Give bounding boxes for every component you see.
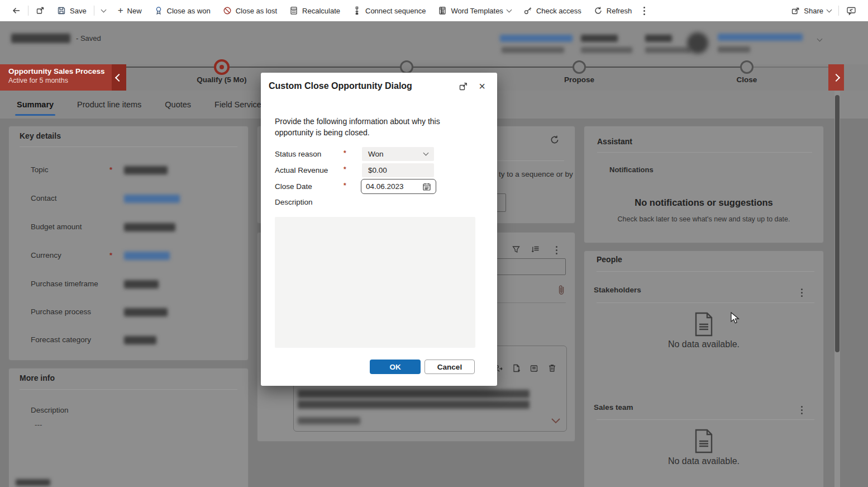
people-title: People xyxy=(597,255,622,264)
dialog-close-icon[interactable]: × xyxy=(475,79,489,93)
divider xyxy=(597,302,814,303)
refresh-button[interactable]: Refresh xyxy=(588,0,638,21)
status-reason-dropdown[interactable]: Won xyxy=(362,147,434,161)
stage-qualify-label[interactable]: Qualify (5 Mo) xyxy=(171,75,272,84)
stage-propose-label[interactable]: Propose xyxy=(529,75,629,84)
process-scroll-right-button[interactable] xyxy=(828,64,844,91)
assistant-empty-subtitle: Check back later to see what's new and s… xyxy=(584,215,824,223)
word-templates-button[interactable]: Word Templates xyxy=(432,0,517,21)
required-asterisk: * xyxy=(109,166,112,174)
timeline-more-icon[interactable] xyxy=(554,244,560,257)
assistant-title: Assistant xyxy=(597,137,632,146)
save-icon xyxy=(57,6,66,15)
actual-revenue-input[interactable]: $0.00 xyxy=(362,163,434,177)
share-button[interactable]: Share xyxy=(785,0,837,21)
back-button[interactable] xyxy=(6,0,27,21)
redacted-header-label xyxy=(718,46,750,53)
ok-button[interactable]: OK xyxy=(370,360,421,374)
redacted-header-label xyxy=(502,47,564,53)
close-date-input[interactable]: 04.06.2023 xyxy=(361,179,436,194)
cancel-button[interactable]: Cancel xyxy=(425,360,475,374)
check-access-button[interactable]: Check access xyxy=(517,0,588,21)
dialog-description-textarea[interactable] xyxy=(275,217,475,348)
redacted-purchase-timeframe-value[interactable] xyxy=(124,280,159,289)
dialog-description-label: Description xyxy=(275,198,313,206)
tab-field-service[interactable]: Field Service xyxy=(214,91,261,119)
word-document-icon xyxy=(438,6,447,15)
stakeholders-more-icon[interactable] xyxy=(799,286,805,299)
feedback-chat-icon xyxy=(846,6,856,16)
recalculate-button[interactable]: Recalculate xyxy=(283,0,346,21)
close-as-lost-button[interactable]: Close as lost xyxy=(217,0,283,21)
new-button[interactable]: + New xyxy=(112,0,148,21)
redacted-header-field[interactable] xyxy=(718,34,803,41)
tab-product-line-items[interactable]: Product line items xyxy=(77,91,141,119)
sequence-hint-text: ty to a sequence or by xyxy=(499,170,573,178)
sales-team-more-icon[interactable] xyxy=(799,404,805,417)
sequence-refresh-icon[interactable] xyxy=(550,135,560,145)
process-header: Opportunity Sales Process Active for 5 m… xyxy=(0,64,112,91)
save-button[interactable]: Save xyxy=(51,0,93,21)
expand-chevron-icon[interactable] xyxy=(551,417,561,425)
status-reason-value: Won xyxy=(368,150,384,158)
dialog-title: Custom Close Opportunity Dialog xyxy=(269,81,412,91)
sort-icon[interactable] xyxy=(531,245,540,254)
feedback-button[interactable] xyxy=(840,0,862,21)
filter-icon[interactable] xyxy=(512,245,521,254)
redacted-currency-value[interactable] xyxy=(124,252,170,260)
stage-propose-dot[interactable] xyxy=(573,60,586,74)
divider xyxy=(20,389,237,390)
scrollbar-thumb[interactable] xyxy=(835,95,840,352)
more-info-card xyxy=(8,368,249,487)
note-icon[interactable] xyxy=(530,364,539,373)
chevron-down-icon xyxy=(423,150,429,156)
key-details-card xyxy=(8,126,249,361)
chevron-right-icon xyxy=(832,73,840,81)
redacted-header-label xyxy=(645,47,691,53)
divider xyxy=(94,6,94,16)
avatar[interactable] xyxy=(687,32,708,54)
redacted-purchase-process-value[interactable] xyxy=(124,308,168,316)
field-label-currency: Currency xyxy=(31,251,61,259)
save-more-button[interactable] xyxy=(96,0,112,21)
header-expand-chevron-icon[interactable] xyxy=(817,36,823,42)
record-header: - Saved Opportunity · Opportunity xyxy=(0,21,868,64)
popout-button[interactable] xyxy=(30,0,51,21)
status-reason-label: Status reason xyxy=(275,150,321,158)
key-details-title: Key details xyxy=(20,131,61,140)
redacted-header-field xyxy=(581,35,618,42)
stage-close-label[interactable]: Close xyxy=(697,75,797,84)
description-value[interactable]: --- xyxy=(35,420,42,429)
sequence-icon xyxy=(352,6,361,15)
redacted-topic-value[interactable] xyxy=(124,166,168,174)
redacted-forecast-category-value[interactable] xyxy=(124,336,156,344)
required-asterisk: * xyxy=(344,182,346,190)
trash-icon[interactable] xyxy=(547,363,557,373)
redacted-contact-value[interactable] xyxy=(124,195,180,203)
tab-quotes[interactable]: Quotes xyxy=(165,91,191,119)
document-add-icon[interactable] xyxy=(512,363,521,373)
ribbon-badge-icon xyxy=(154,6,163,15)
stakeholders-heading: Stakeholders xyxy=(594,286,641,294)
actual-revenue-label: Actual Revenue xyxy=(275,166,328,174)
chevron-down-icon xyxy=(827,7,832,12)
stage-develop-dot[interactable] xyxy=(400,60,413,74)
more-commands-button[interactable] xyxy=(638,7,651,15)
paperclip-icon[interactable] xyxy=(557,284,566,296)
process-scroll-left-button[interactable] xyxy=(112,64,126,91)
tab-summary[interactable]: Summary xyxy=(17,91,54,119)
more-info-title: More info xyxy=(20,373,55,382)
new-label: New xyxy=(127,7,142,15)
redacted-opportunity-name xyxy=(11,34,70,43)
save-label: Save xyxy=(70,7,87,15)
redacted-header-field[interactable] xyxy=(500,35,573,42)
stage-close-dot[interactable] xyxy=(740,60,753,74)
redacted-budget-value[interactable] xyxy=(124,223,175,231)
divider xyxy=(20,146,237,147)
dialog-popout-icon[interactable] xyxy=(459,82,468,91)
connect-sequence-button[interactable]: Connect sequence xyxy=(346,0,432,21)
close-as-won-button[interactable]: Close as won xyxy=(148,0,217,21)
field-label-description: Description xyxy=(31,406,69,414)
redacted-timeline-link[interactable] xyxy=(298,417,360,424)
plus-icon: + xyxy=(118,5,123,16)
